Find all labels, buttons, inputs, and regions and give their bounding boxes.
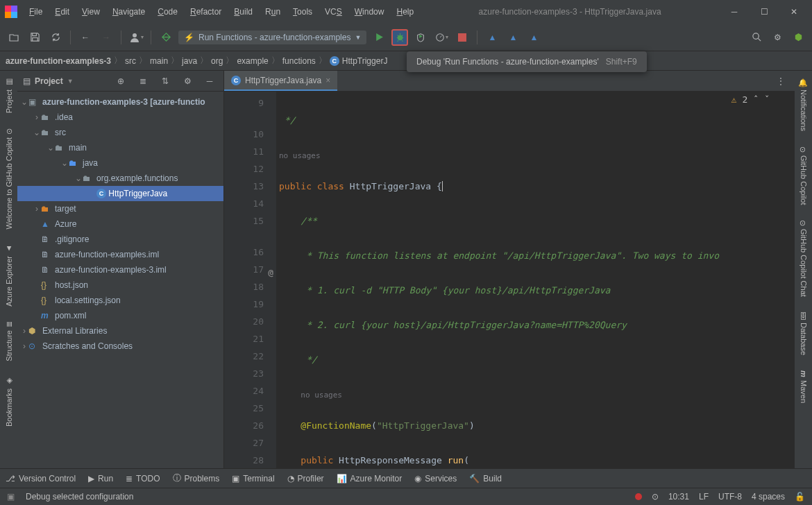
prev-highlight-icon[interactable]: ˆ	[753, 94, 759, 105]
tree-pom[interactable]: mpom.xml	[17, 308, 223, 323]
stop-icon[interactable]	[454, 29, 471, 46]
tree-root[interactable]: ⌄▣azure-function-examples-3 [azure-funct…	[17, 94, 223, 110]
tab-menu-icon[interactable]: ⋮	[772, 73, 789, 89]
project-view-icon[interactable]: ▤	[23, 76, 31, 86]
next-highlight-icon[interactable]: ˇ	[764, 94, 770, 105]
hide-panel-icon[interactable]: ─	[201, 73, 218, 89]
rail-copilot-chat[interactable]: ⊙ GitHub Copilot Chat	[797, 216, 809, 301]
menu-edit[interactable]: Edit	[49, 4, 75, 19]
rail-bookmarks[interactable]: Bookmarks ◈	[3, 373, 15, 431]
tree-src[interactable]: ⌄🖿src	[17, 125, 223, 140]
tree-class-httptriggerjava[interactable]: C HttpTriggerJava	[17, 186, 223, 201]
run-configuration-dropdown[interactable]: ⚡ Run Functions - azure-function-example…	[178, 31, 366, 44]
rail-database[interactable]: 🗄 Database	[798, 308, 809, 359]
bc-item[interactable]: org	[211, 56, 223, 66]
tree-host[interactable]: {}host.json	[17, 277, 223, 293]
build-icon[interactable]	[158, 29, 174, 46]
bb-services[interactable]: ◉ Services	[414, 474, 457, 483]
azure-toolkit-icon-3[interactable]: ▲	[525, 29, 542, 46]
menu-tools[interactable]: Tools	[287, 4, 318, 19]
rail-project[interactable]: Project ▤	[3, 74, 15, 117]
tree-target[interactable]: ›🖿target	[17, 201, 223, 216]
bb-build[interactable]: 🔨 Build	[469, 474, 502, 483]
save-icon[interactable]	[26, 29, 43, 46]
code-content[interactable]: */ no usages public class HttpTriggerJav…	[276, 92, 795, 468]
bc-item[interactable]: main	[150, 56, 168, 66]
bb-azure-monitor[interactable]: 📊 Azure Monitor	[337, 474, 403, 483]
rail-maven[interactable]: m Maven	[798, 366, 809, 407]
status-indent[interactable]: 4 spaces	[752, 492, 785, 502]
tree-scratches[interactable]: ›⊙Scratches and Consoles	[17, 339, 223, 354]
inspection-widget[interactable]: ⚠ 2 ˆ ˇ	[731, 94, 770, 105]
tree-iml1[interactable]: 🗎azure-function-examples.iml	[17, 247, 223, 262]
tree-idea[interactable]: ›🖿.idea	[17, 110, 223, 125]
status-encoding[interactable]: UTF-8	[718, 492, 742, 502]
rail-structure[interactable]: Structure ≣	[3, 317, 15, 366]
rail-copilot-welcome[interactable]: Welcome to GitHub Copilot ⊙	[3, 124, 15, 233]
bc-item[interactable]: HttpTriggerJ	[342, 56, 388, 66]
settings-icon[interactable]: ⚙	[769, 29, 786, 46]
menu-refactor[interactable]: Refactor	[185, 4, 227, 19]
open-file-icon[interactable]	[6, 29, 22, 46]
avatar-icon[interactable]: ▾	[128, 29, 144, 46]
rail-copilot[interactable]: ⊙ GitHub Copilot	[797, 142, 809, 209]
tab-httptriggerjava[interactable]: C HttpTriggerJava.java ×	[224, 71, 337, 91]
tree-iml2[interactable]: 🗎azure-function-examples-3.iml	[17, 262, 223, 277]
bc-project[interactable]: azure-function-examples-3	[6, 56, 111, 66]
back-icon[interactable]: ←	[77, 29, 94, 46]
forward-icon[interactable]: →	[98, 29, 115, 46]
tree-azure[interactable]: ▲Azure	[17, 216, 223, 232]
menu-help[interactable]: Help	[391, 4, 419, 19]
rail-azure-explorer[interactable]: Azure Explorer ▲	[3, 241, 15, 311]
debug-button[interactable]	[391, 29, 408, 46]
tree-local[interactable]: {}local.settings.json	[17, 293, 223, 308]
readonly-lock-icon[interactable]: 🔓	[795, 492, 805, 502]
bb-version-control[interactable]: ⎇ Version Control	[6, 474, 76, 483]
menu-vcs[interactable]: VCS	[319, 4, 348, 19]
menu-file[interactable]: File	[24, 4, 48, 19]
bb-todo[interactable]: ≣ TODO	[126, 474, 160, 483]
tree-main[interactable]: ⌄🖿main	[17, 140, 223, 155]
editor-gutter[interactable]: 9 10 11 12 13 14 15 16 17▶@ 18 19 20 21 …	[224, 92, 276, 468]
tree-java[interactable]: ⌄🖿java	[17, 155, 223, 171]
azure-toolkit-icon-1[interactable]: ▲	[484, 29, 500, 46]
minimize-button[interactable]: ─	[720, 2, 748, 22]
tool-windows-icon[interactable]: ▣	[7, 492, 15, 502]
chevron-down-icon[interactable]: ▼	[67, 78, 74, 85]
background-task-indicator[interactable]	[635, 493, 642, 500]
menu-run[interactable]: Run	[260, 4, 286, 19]
bc-item[interactable]: java	[182, 56, 197, 66]
sync-icon[interactable]	[47, 29, 64, 46]
maximize-button[interactable]: ☐	[750, 2, 778, 22]
copilot-status-icon[interactable]: ⊙	[652, 492, 659, 502]
menu-build[interactable]: Build	[228, 4, 258, 19]
rail-notifications[interactable]: 🔔 Notifications	[797, 74, 809, 135]
tree-package[interactable]: ⌄🖿org.example.functions	[17, 171, 223, 186]
bc-item[interactable]: example	[237, 56, 268, 66]
bb-profiler[interactable]: ◔ Profiler	[287, 474, 324, 483]
run-icon[interactable]	[371, 29, 387, 46]
close-button[interactable]: ✕	[780, 2, 808, 22]
menu-navigate[interactable]: Navigate	[107, 4, 151, 19]
code-editor[interactable]: ⚠ 2 ˆ ˇ 9 10 11 12 13 14 15 16 17▶@ 18 1…	[224, 92, 795, 468]
expand-all-icon[interactable]: ≣	[135, 73, 151, 89]
panel-settings-icon[interactable]: ⚙	[179, 73, 196, 89]
search-icon[interactable]	[748, 29, 765, 46]
status-line-ending[interactable]: LF	[699, 492, 709, 502]
menu-view[interactable]: View	[76, 4, 105, 19]
collapse-all-icon[interactable]: ⇅	[157, 73, 174, 89]
bb-problems[interactable]: ⓘ Problems	[173, 472, 220, 484]
bc-item[interactable]: src	[125, 56, 136, 66]
profile-icon[interactable]: ▾	[433, 29, 450, 46]
azure-toolkit-icon-2[interactable]: ▲	[505, 29, 521, 46]
bb-run[interactable]: ▶ Run	[88, 474, 113, 483]
code-with-me-icon[interactable]	[790, 29, 806, 46]
coverage-icon[interactable]	[412, 29, 429, 46]
override-icon[interactable]: @	[268, 264, 273, 281]
tree-ext-libs[interactable]: ›⬢External Libraries	[17, 323, 223, 339]
menu-code[interactable]: Code	[152, 4, 183, 19]
bc-item[interactable]: functions	[282, 56, 316, 66]
bb-terminal[interactable]: ▣ Terminal	[232, 474, 274, 483]
select-opened-file-icon[interactable]: ⊕	[112, 73, 129, 89]
project-tree[interactable]: ⌄▣azure-function-examples-3 [azure-funct…	[17, 92, 223, 468]
